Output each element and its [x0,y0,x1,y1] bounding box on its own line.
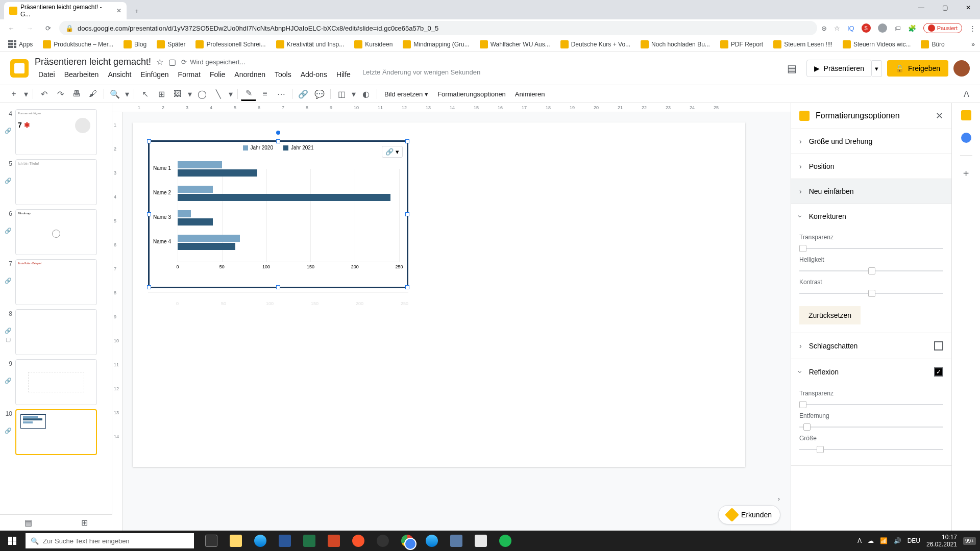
menu-format[interactable]: Format [175,68,204,81]
menu-datei[interactable]: Datei [35,68,59,81]
contrast-slider[interactable] [799,293,943,294]
user-avatar[interactable] [953,60,970,77]
border-color-button[interactable]: ✎ [241,87,256,101]
share-button[interactable]: 🔒 Freigeben [887,60,948,77]
tasks-icon[interactable] [961,133,971,143]
chart-object[interactable]: 🔗 ▾ Jahr 2020 Jahr 2021 Name 1Name 2Name… [148,140,408,288]
format-options-button[interactable]: Formatierungsoptionen [433,88,510,100]
image-tool[interactable]: 🖼 [170,87,185,101]
border-weight-button[interactable]: ≡ [257,87,273,101]
slide-thumb-9[interactable] [15,359,97,405]
extension-icon-2[interactable]: $ [862,23,871,33]
image-dropdown[interactable]: ▾ [186,87,193,101]
new-slide-dropdown[interactable]: ▾ [22,87,30,101]
bookmark-item[interactable]: Noch hochladen Bu... [638,38,713,51]
obs-icon[interactable] [371,531,395,551]
resize-handle[interactable] [147,285,151,289]
menu-tools[interactable]: Tools [271,68,295,81]
chrome-icon[interactable] [395,531,420,551]
resize-handle[interactable] [276,285,280,289]
menu-einfuegen[interactable]: Einfügen [137,68,172,81]
address-bar[interactable]: 🔒 docs.google.com/presentation/d/1yV372S… [59,21,817,35]
star-icon[interactable]: ☆ [156,57,163,67]
reflection-checkbox[interactable] [934,367,943,377]
menu-hilfe[interactable]: Hilfe [333,68,354,81]
keep-icon[interactable] [961,110,971,120]
collapse-toolbar-button[interactable]: ᐱ [959,87,974,101]
link-button[interactable]: 🔗 [296,87,311,101]
tray-chevron-icon[interactable]: ᐱ [857,537,862,544]
comment-button[interactable]: 💬 [312,87,327,101]
resize-handle[interactable] [405,285,409,289]
crop-button[interactable]: ◫ [334,87,349,101]
onedrive-icon[interactable]: ☁ [868,537,874,544]
profile-paused-badge[interactable]: Pausiert [923,23,962,33]
line-dropdown[interactable]: ▾ [227,87,234,101]
slide-thumb-6[interactable]: Mindmap [15,209,97,255]
new-tab-button[interactable]: + [130,4,144,18]
notepad-icon[interactable] [469,531,493,551]
reflection-distance-slider[interactable] [799,427,943,428]
resize-handle[interactable] [147,139,151,143]
comments-button[interactable]: ▤ [783,59,801,78]
select-tool[interactable]: ↖ [137,87,153,101]
bookmark-item[interactable]: Steuern Lesen !!!! [770,38,836,51]
menu-bearbeiten[interactable]: Bearbeiten [61,68,103,81]
task-view-icon[interactable] [199,531,224,551]
close-panel-icon[interactable]: ✕ [936,110,943,121]
bookmark-item[interactable]: Kursideen [351,38,396,51]
windows-search[interactable]: 🔍 Zur Suche Text hier eingeben [26,533,194,548]
maximize-button[interactable]: ▢ [933,0,957,15]
section-shadow[interactable]: › Schlagschatten [791,333,951,359]
slides-logo[interactable] [10,59,29,78]
menu-addons[interactable]: Add-ons [297,68,331,81]
bookmark-item[interactable]: Später [154,38,188,51]
bookmark-item[interactable]: PDF Report [717,38,766,51]
bookmark-item[interactable]: Produktsuche – Mer... [40,38,116,51]
add-addon-icon[interactable]: + [963,168,969,180]
bookmark-item[interactable]: Professionell Schrei... [192,38,268,51]
replace-image-button[interactable]: Bild ersetzen ▾ [380,88,432,100]
powerpoint-icon[interactable] [322,531,346,551]
excel-icon[interactable] [297,531,322,551]
back-button[interactable]: ← [4,21,18,35]
move-icon[interactable]: ▢ [168,57,176,67]
reload-button[interactable]: ⟳ [41,21,55,35]
filmstrip-view-button[interactable]: ▤ [24,518,32,528]
menu-ansicht[interactable]: Ansicht [104,68,135,81]
word-icon[interactable] [273,531,297,551]
explore-button[interactable]: Erkunden [718,505,780,524]
apps-bookmark[interactable]: Apps [5,38,36,51]
reflection-transparency-slider[interactable] [799,404,943,405]
slide-canvas[interactable]: 🔗 ▾ Jahr 2020 Jahr 2021 Name 1Name 2Name… [133,122,745,467]
redo-button[interactable]: ↷ [53,87,68,101]
start-button[interactable] [0,531,24,551]
mask-button[interactable]: ◐ [358,87,374,101]
grid-view-button[interactable]: ⊞ [81,518,88,528]
animate-button[interactable]: Animieren [511,88,549,100]
section-position[interactable]: › Position [791,154,951,179]
clock[interactable]: 10:17 26.02.2021 [926,534,957,548]
notifications-icon[interactable]: 99+ [963,537,976,545]
extension-icon-3[interactable] [878,23,887,33]
star-icon[interactable]: ☆ [834,24,840,32]
bookmark-item[interactable]: Mindmapping (Gru... [400,38,472,51]
close-tab-icon[interactable]: ✕ [116,7,121,14]
reflection-size-slider[interactable] [799,449,943,450]
doc-title[interactable]: Präsentieren leicht gemacht! [35,57,151,67]
extension-icon-4[interactable]: 🏷 [894,24,901,32]
language-indicator[interactable]: DEU [908,537,920,544]
brightness-slider[interactable] [799,270,943,271]
print-button[interactable]: 🖶 [69,87,84,101]
bookmark-item[interactable]: Deutsche Kurs + Vo... [557,38,633,51]
chrome-menu-icon[interactable]: ⋮ [969,24,976,32]
bookmark-item[interactable]: Blog [120,38,150,51]
section-reflection[interactable]: › Reflexion [791,359,951,385]
rotate-handle[interactable] [276,131,280,135]
transparency-slider[interactable] [799,248,943,249]
edge-icon[interactable] [248,531,273,551]
next-page-arrow[interactable]: › [771,491,787,506]
close-window-button[interactable]: ✕ [957,0,980,15]
undo-button[interactable]: ↶ [36,87,52,101]
zoom-button[interactable]: 🔍 [107,87,122,101]
